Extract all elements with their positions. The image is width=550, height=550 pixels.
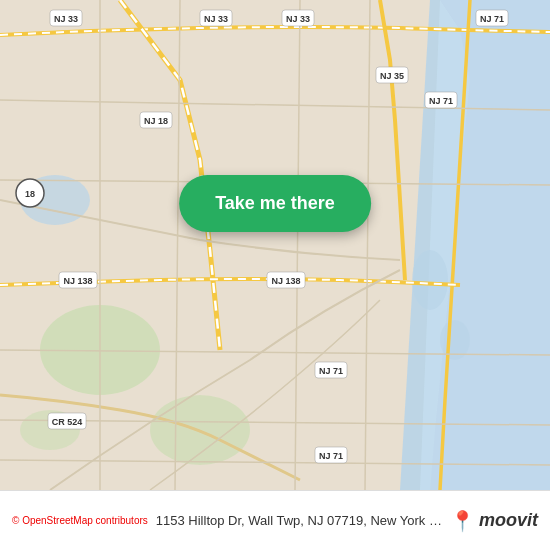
address-text: 1153 Hilltop Dr, Wall Twp, NJ 07719, New… xyxy=(156,513,442,528)
svg-text:NJ 33: NJ 33 xyxy=(286,14,310,24)
moovit-brand-text: moovit xyxy=(479,510,538,531)
svg-text:18: 18 xyxy=(25,189,35,199)
svg-text:NJ 33: NJ 33 xyxy=(204,14,228,24)
take-me-there-button[interactable]: Take me there xyxy=(179,175,371,232)
svg-text:NJ 71: NJ 71 xyxy=(480,14,504,24)
svg-text:NJ 18: NJ 18 xyxy=(144,116,168,126)
osm-attribution: © OpenStreetMap contributors xyxy=(12,515,148,526)
svg-text:NJ 71: NJ 71 xyxy=(319,366,343,376)
map-container: NJ 33 NJ 33 NJ 33 NJ 71 NJ 18 18 NJ 71 N… xyxy=(0,0,550,490)
bottom-bar: © OpenStreetMap contributors 1153 Hillto… xyxy=(0,490,550,550)
svg-text:NJ 71: NJ 71 xyxy=(319,451,343,461)
svg-text:NJ 138: NJ 138 xyxy=(63,276,92,286)
svg-text:CR 524: CR 524 xyxy=(52,417,83,427)
svg-text:NJ 71: NJ 71 xyxy=(429,96,453,106)
svg-point-4 xyxy=(412,250,448,310)
svg-text:NJ 33: NJ 33 xyxy=(54,14,78,24)
svg-text:NJ 35: NJ 35 xyxy=(380,71,404,81)
moovit-logo: 📍 moovit xyxy=(450,509,538,533)
svg-text:NJ 138: NJ 138 xyxy=(271,276,300,286)
moovit-pin-icon: 📍 xyxy=(450,509,475,533)
